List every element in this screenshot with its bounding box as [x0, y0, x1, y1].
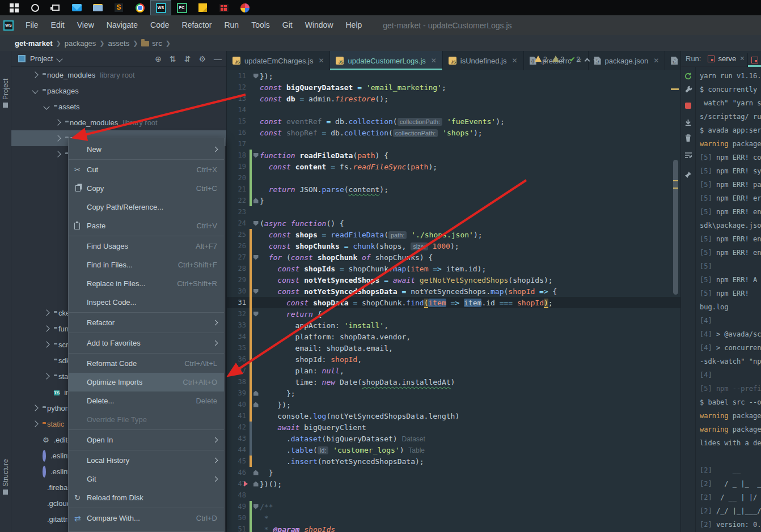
code-line-37[interactable]: 37 plan: null,	[227, 365, 680, 376]
pin-icon[interactable]	[684, 170, 693, 179]
code-line-26[interactable]: 26 const shopChunks = chunk(shops, size:…	[227, 240, 680, 252]
warning-count[interactable]: 2	[535, 56, 547, 63]
line-number[interactable]: 15	[227, 117, 250, 125]
code-line-39[interactable]: 39 };	[227, 388, 680, 399]
line-number[interactable]: 16	[227, 129, 250, 137]
line-number[interactable]: 17	[227, 140, 250, 148]
fold-marker-icon[interactable]	[253, 153, 259, 158]
hide-icon[interactable]: —	[214, 54, 222, 63]
line-number[interactable]: 35	[227, 344, 250, 352]
breadcrumb-item[interactable]: src	[141, 39, 162, 48]
collapse-all-icon[interactable]: ⇵	[184, 54, 191, 63]
menu-item-open-in[interactable]: Open In	[69, 431, 224, 449]
line-number[interactable]: 33	[227, 321, 250, 329]
tool-strip-structure[interactable]: Structure	[0, 445, 11, 495]
chrome-icon[interactable]	[129, 0, 150, 15]
fold-marker-icon[interactable]	[253, 470, 259, 475]
menu-item-replace-in-files[interactable]: Replace in Files...Ctrl+Shift+R	[69, 274, 224, 293]
red-grid-app-icon[interactable]	[213, 0, 234, 15]
menu-item-find-usages[interactable]: Find UsagesAlt+F7	[69, 237, 224, 256]
error-stripe-mark[interactable]	[671, 88, 679, 90]
code-line-17[interactable]: 17	[227, 138, 680, 150]
menu-tools[interactable]: Tools	[245, 15, 276, 35]
line-number[interactable]: 37	[227, 367, 250, 374]
menu-code[interactable]: Code	[144, 15, 175, 35]
code-line-38[interactable]: 38 time: new Date(shopData.installedAt)	[227, 376, 680, 388]
line-number[interactable]: 49	[227, 503, 250, 510]
webstorm-icon[interactable]: WS	[150, 0, 171, 15]
file-explorer-icon[interactable]	[87, 0, 108, 15]
inspections-widget[interactable]: 23✔2	[535, 56, 598, 63]
close-icon[interactable]: ✕	[318, 57, 324, 65]
ok-count[interactable]: ✔2	[569, 56, 580, 63]
tab-packagejson[interactable]: {}package.json✕	[589, 51, 666, 70]
scroll-to-end-icon[interactable]	[684, 118, 693, 127]
line-number[interactable]: 48	[227, 491, 250, 499]
fold-marker-icon[interactable]	[253, 482, 259, 487]
code-line-50[interactable]: 50 *	[227, 512, 680, 524]
fold-marker-icon[interactable]	[253, 221, 259, 226]
chevron-right-icon[interactable]	[54, 119, 61, 125]
code-line-40[interactable]: 40 });	[227, 399, 680, 410]
line-number[interactable]: 38	[227, 378, 250, 386]
settings-icon[interactable]: ⚙	[198, 54, 206, 63]
tree-item-assets[interactable]: assets	[11, 99, 226, 114]
error-stripe-mark[interactable]	[673, 180, 678, 181]
code-line-32[interactable]: 32 return {	[227, 308, 680, 320]
tab-updateCustomerLogsjs[interactable]: JSupdateCustomerLogs.js✕	[330, 51, 442, 70]
clear-icon[interactable]	[684, 134, 693, 143]
line-number[interactable]: 51	[227, 525, 250, 532]
code-line-27[interactable]: 27 for (const shopChunk of shopChunks) {	[227, 252, 680, 263]
line-number[interactable]: 22	[227, 197, 250, 205]
code-line-18[interactable]: 18function readFileData(path) {	[227, 150, 680, 161]
close-icon[interactable]: ✕	[739, 55, 745, 62]
chevron-down-icon[interactable]	[43, 103, 49, 109]
run-tab-partial[interactable]	[747, 53, 761, 67]
pycharm-icon[interactable]: PC	[171, 0, 192, 15]
line-number[interactable]: 45	[227, 457, 250, 465]
menu-item-delete[interactable]: Delete...Delete	[69, 391, 224, 410]
code-line-44[interactable]: 44 .table(id: 'customer_logs') Table	[227, 444, 680, 456]
rerun-icon[interactable]	[684, 71, 693, 80]
line-number[interactable]: 11	[227, 72, 250, 80]
code-line-20[interactable]: 20	[227, 172, 680, 184]
line-number[interactable]: 32	[227, 310, 250, 318]
code-line-41[interactable]: 41 console.log(notYetSyncedShopsData.len…	[227, 410, 680, 422]
code-line-49[interactable]: 49/**	[227, 501, 680, 512]
line-number[interactable]: 20	[227, 174, 250, 182]
prev-issue-icon[interactable]	[585, 58, 590, 63]
code-line-29[interactable]: 29 const notYetSyncedShops = await getNo…	[227, 274, 680, 286]
stop-icon[interactable]	[684, 101, 693, 110]
line-number[interactable]: 19	[227, 163, 250, 171]
breadcrumb-item[interactable]: get-market	[15, 39, 52, 48]
code-line-21[interactable]: 21 return JSON.parse(content);	[227, 184, 680, 195]
fold-marker-icon[interactable]	[253, 391, 259, 396]
menu-item-git[interactable]: Git	[69, 470, 224, 488]
menu-item-optimize-imports[interactable]: Optimize ImportsCtrl+Alt+O	[69, 373, 224, 391]
code-line-35[interactable]: 35 email: shopData.email,	[227, 342, 680, 354]
line-number[interactable]: 31	[227, 299, 250, 307]
code-line-33[interactable]: 33 appAction: 'install',	[227, 320, 680, 331]
line-number[interactable]: 30	[227, 287, 250, 295]
editor-area[interactable]: JSupdateEmCharges.js✕JSupdateCustomerLog…	[227, 51, 680, 532]
line-number[interactable]: 40	[227, 401, 250, 408]
sublime-text-icon[interactable]: S	[108, 0, 129, 15]
line-number[interactable]: 36	[227, 355, 250, 363]
chevron-right-icon[interactable]	[54, 151, 61, 157]
code-line-34[interactable]: 34 platform: shopData.vendor,	[227, 331, 680, 342]
breadcrumb-item[interactable]: assets	[108, 39, 130, 48]
line-number[interactable]: 24	[227, 219, 250, 227]
close-icon[interactable]: ✕	[431, 57, 437, 65]
code-line-28[interactable]: 28 const shopIds = shopChunk.map(item =>…	[227, 263, 680, 274]
line-number[interactable]: 21	[227, 185, 250, 193]
close-icon[interactable]: ✕	[512, 57, 518, 65]
line-number[interactable]: 25	[227, 231, 250, 239]
fold-marker-icon[interactable]	[253, 198, 259, 203]
chevron-right-icon[interactable]	[43, 341, 49, 347]
line-number[interactable]: 14	[227, 106, 250, 114]
line-number[interactable]: 46	[227, 469, 250, 476]
chevron-right-icon[interactable]	[43, 373, 49, 379]
menu-item-copy-path-reference[interactable]: Copy Path/Reference...	[69, 198, 224, 216]
menu-item-copy[interactable]: CopyCtrl+C	[69, 179, 224, 198]
line-number[interactable]: 28	[227, 265, 250, 273]
